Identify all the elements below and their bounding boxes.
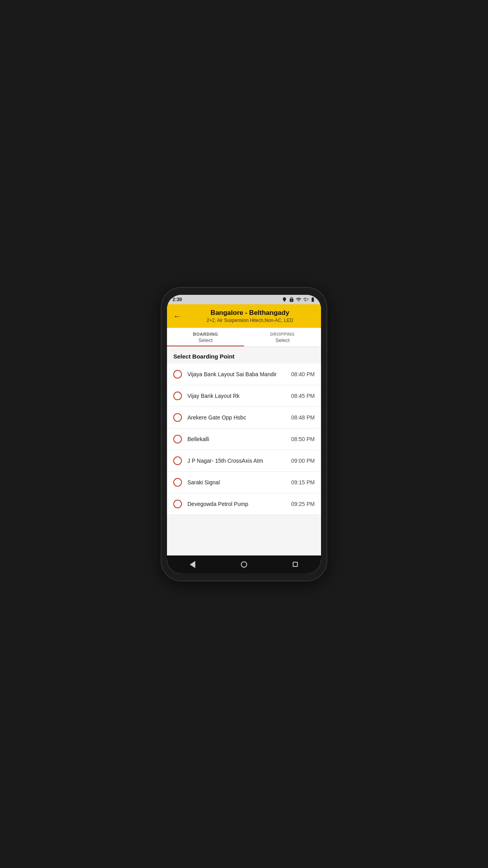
stop-name: Devegowda Petrol Pump	[187, 501, 291, 507]
boarding-list: Vijaya Bank Layout Sai Baba Mandir 08:40…	[167, 364, 321, 515]
stop-name: Bellekalli	[187, 436, 291, 442]
status-icons	[282, 297, 316, 302]
signal-icon	[303, 297, 308, 302]
boarding-item[interactable]: Vijaya Bank Layout Sai Baba Mandir 08:40…	[167, 364, 321, 385]
header-title: Bangalore - Belthangady	[185, 309, 315, 317]
stop-time: 08:48 PM	[291, 414, 315, 421]
tab-dropping-label: DROPPING	[244, 332, 321, 337]
phone-frame: 2:39 ← Bangalore - Belthangady 2+2, Air …	[161, 288, 327, 581]
stop-name: Vijaya Bank Layout Sai Baba Mandir	[187, 371, 291, 377]
tab-boarding-value: Select	[167, 337, 244, 343]
boarding-item[interactable]: Saraki Signal 09:15 PM	[167, 472, 321, 493]
home-nav-icon	[241, 561, 247, 568]
content-area: Select Boarding Point Vijaya Bank Layout…	[167, 347, 321, 555]
stop-name: J P Nagar- 15th CrossAxis Atm	[187, 458, 291, 464]
status-time: 2:39	[172, 297, 182, 302]
stop-time: 08:45 PM	[291, 393, 315, 399]
header-subtitle: 2+2, Air Suspension Hitech,Non-AC, LED	[185, 318, 315, 323]
stop-name: Saraki Signal	[187, 479, 291, 485]
nav-recents-button[interactable]	[288, 557, 303, 572]
boarding-item[interactable]: Arekere Gate Opp Hsbc 08:48 PM	[167, 407, 321, 428]
radio-button[interactable]	[173, 370, 182, 379]
tab-dropping[interactable]: DROPPING Select	[244, 328, 321, 346]
battery-icon	[310, 297, 316, 302]
stop-time: 08:50 PM	[291, 436, 315, 442]
header-text: Bangalore - Belthangady 2+2, Air Suspens…	[185, 309, 315, 323]
boarding-item[interactable]: Bellekalli 08:50 PM	[167, 428, 321, 450]
radio-button[interactable]	[173, 500, 182, 508]
stop-time: 09:25 PM	[291, 501, 315, 507]
stop-time: 09:15 PM	[291, 479, 315, 485]
back-nav-icon	[190, 561, 195, 568]
tab-boarding[interactable]: BOARDING Select	[167, 328, 244, 346]
radio-button[interactable]	[173, 413, 182, 422]
status-bar: 2:39	[167, 295, 321, 304]
nav-back-button[interactable]	[185, 557, 200, 572]
nav-home-button[interactable]	[237, 557, 251, 572]
tab-dropping-value: Select	[244, 337, 321, 343]
back-button[interactable]: ←	[173, 312, 181, 320]
radio-button[interactable]	[173, 456, 182, 465]
location-icon	[282, 297, 287, 302]
boarding-item[interactable]: J P Nagar- 15th CrossAxis Atm 09:00 PM	[167, 450, 321, 472]
wifi-icon	[296, 297, 301, 302]
radio-button[interactable]	[173, 435, 182, 443]
stop-time: 09:00 PM	[291, 458, 315, 464]
boarding-item[interactable]: Vijay Bank Layout Rk 08:45 PM	[167, 385, 321, 407]
boarding-item[interactable]: Devegowda Petrol Pump 09:25 PM	[167, 493, 321, 515]
stop-name: Arekere Gate Opp Hsbc	[187, 414, 291, 421]
radio-button[interactable]	[173, 478, 182, 487]
phone-screen: 2:39 ← Bangalore - Belthangady 2+2, Air …	[167, 295, 321, 574]
tabs: BOARDING Select DROPPING Select	[167, 328, 321, 347]
stop-time: 08:40 PM	[291, 371, 315, 377]
bottom-nav	[167, 555, 321, 574]
radio-button[interactable]	[173, 392, 182, 400]
section-title: Select Boarding Point	[167, 347, 321, 364]
lock-icon	[289, 297, 294, 302]
header: ← Bangalore - Belthangady 2+2, Air Suspe…	[167, 304, 321, 328]
stop-name: Vijay Bank Layout Rk	[187, 393, 291, 399]
tab-boarding-label: BOARDING	[167, 332, 244, 337]
recents-nav-icon	[293, 562, 298, 567]
